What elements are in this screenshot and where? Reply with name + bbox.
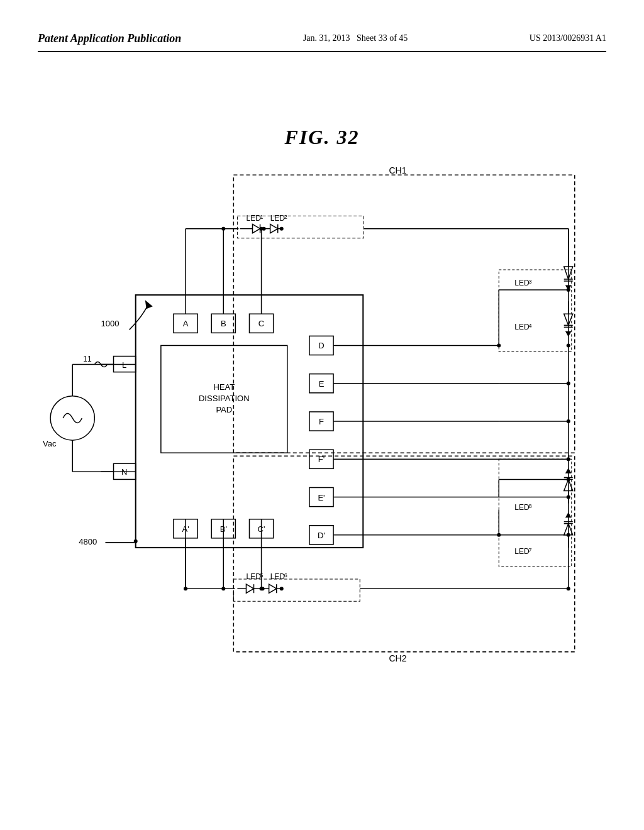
- header-center: Jan. 31, 2013 Sheet 33 of 45: [303, 31, 408, 45]
- led7-subscript: 7: [528, 547, 531, 553]
- led3-subscript: 3: [528, 279, 531, 285]
- block-D-label: D: [318, 341, 324, 350]
- led56-box: [233, 579, 360, 601]
- led1-subscript: 1: [260, 214, 264, 220]
- led7-label: LED: [514, 547, 530, 556]
- svg-point-56: [221, 587, 225, 590]
- led6-subscript: 6: [284, 572, 287, 578]
- L-label: L: [122, 360, 126, 370]
- svg-point-67: [567, 343, 570, 347]
- led2-diode: [270, 224, 278, 233]
- figure-label: FIG. 32: [285, 126, 360, 149]
- svg-point-54: [184, 587, 187, 590]
- led4-label: LED: [514, 323, 530, 331]
- ch2-label: CH2: [389, 653, 406, 663]
- svg-point-58: [260, 587, 264, 590]
- ref4800-label: 4800: [79, 537, 97, 546]
- led1-label: LED: [246, 214, 261, 223]
- ac-wave: [63, 413, 82, 423]
- block-A-label: A: [183, 319, 189, 328]
- ref1000-label: 1000: [101, 319, 119, 328]
- block-F-label: F: [319, 417, 324, 426]
- block-E-label: E: [319, 379, 325, 389]
- led6-diode: [269, 584, 277, 593]
- svg-point-49: [280, 587, 284, 590]
- ref11-label: 11: [83, 355, 92, 363]
- led5-diode: [246, 584, 253, 593]
- heat-pad-text-line3: PAD: [216, 405, 232, 414]
- date-label: Jan. 31, 2013: [303, 33, 350, 43]
- led6-label: LED: [270, 572, 286, 581]
- publication-label: Patent Application Publication: [38, 31, 181, 46]
- led2-node: [280, 227, 284, 231]
- led78-box: [499, 459, 572, 567]
- circuit-svg: CH1 CH2 HEAT DISSIPATION PAD A B C D: [38, 163, 606, 679]
- led4-subscript: 4: [528, 323, 531, 329]
- svg-point-40: [260, 227, 264, 231]
- N-label: N: [121, 467, 127, 477]
- led1-diode: [253, 224, 260, 233]
- led8-subscript: 8: [528, 503, 531, 509]
- svg-point-72: [567, 587, 570, 590]
- header: Patent Application Publication Jan. 31, …: [38, 31, 606, 52]
- block-Dprime-label: D': [318, 531, 325, 540]
- circuit-diagram: CH1 CH2 HEAT DISSIPATION PAD A B C D: [38, 163, 606, 679]
- svg-point-38: [221, 227, 225, 231]
- page: Patent Application Publication Jan. 31, …: [0, 0, 644, 830]
- ch1-label: CH1: [389, 165, 406, 175]
- led8-label: LED: [514, 503, 530, 512]
- arrow-1000: [130, 304, 148, 329]
- sheet-label: Sheet 33 of 45: [357, 33, 408, 43]
- block-C-label: C: [258, 319, 264, 328]
- led5-label: LED: [246, 572, 261, 581]
- vac-label: Vac: [43, 439, 57, 448]
- patent-number: US 2013/0026931 A1: [530, 31, 606, 45]
- led3-label: LED: [514, 279, 530, 287]
- led34-box: [499, 270, 572, 352]
- led2-subscript: 2: [284, 214, 287, 220]
- heat-pad-text-line2: DISSIPATION: [199, 394, 250, 403]
- heat-pad-text-line1: HEAT: [213, 382, 235, 392]
- led2-label: LED: [270, 214, 286, 223]
- block-B-label: B: [221, 319, 226, 328]
- block-Eprime-label: E': [318, 493, 325, 502]
- block-Fprime-label: F': [318, 455, 325, 464]
- arrowhead-1000: [145, 300, 153, 309]
